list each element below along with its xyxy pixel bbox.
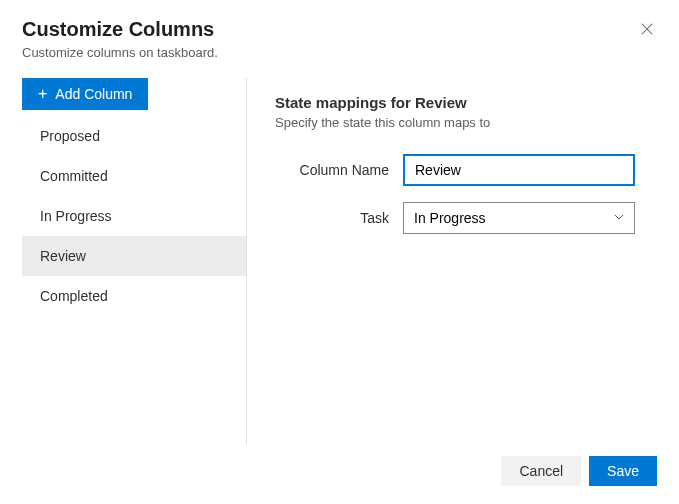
dialog-footer: Cancel Save: [22, 444, 657, 486]
sidebar-item-completed[interactable]: Completed: [22, 276, 246, 316]
column-name-row: Column Name: [275, 154, 657, 186]
section-title: State mappings for Review: [275, 94, 657, 111]
column-list: Proposed Committed In Progress Review Co…: [22, 116, 246, 316]
close-button[interactable]: [633, 16, 661, 44]
sidebar-item-in-progress[interactable]: In Progress: [22, 196, 246, 236]
plus-icon: +: [38, 86, 47, 102]
save-button[interactable]: Save: [589, 456, 657, 486]
task-select[interactable]: In Progress: [403, 202, 635, 234]
cancel-button[interactable]: Cancel: [501, 456, 581, 486]
task-label: Task: [275, 210, 403, 226]
add-column-label: Add Column: [55, 86, 132, 102]
sidebar-item-committed[interactable]: Committed: [22, 156, 246, 196]
main-panel: State mappings for Review Specify the st…: [247, 78, 657, 444]
sidebar-item-review[interactable]: Review: [22, 236, 246, 276]
dialog-header: Customize Columns Customize columns on t…: [22, 18, 657, 60]
column-name-input[interactable]: [403, 154, 635, 186]
task-row: Task In Progress: [275, 202, 657, 234]
add-column-button[interactable]: + Add Column: [22, 78, 148, 110]
section-description: Specify the state this column maps to: [275, 115, 657, 130]
dialog-subtitle: Customize columns on taskboard.: [22, 45, 657, 60]
close-icon: [640, 22, 654, 39]
sidebar-item-proposed[interactable]: Proposed: [22, 116, 246, 156]
sidebar: + Add Column Proposed Committed In Progr…: [22, 78, 247, 444]
column-name-label: Column Name: [275, 162, 403, 178]
dialog-title: Customize Columns: [22, 18, 657, 41]
task-select-wrapper: In Progress: [403, 202, 635, 234]
